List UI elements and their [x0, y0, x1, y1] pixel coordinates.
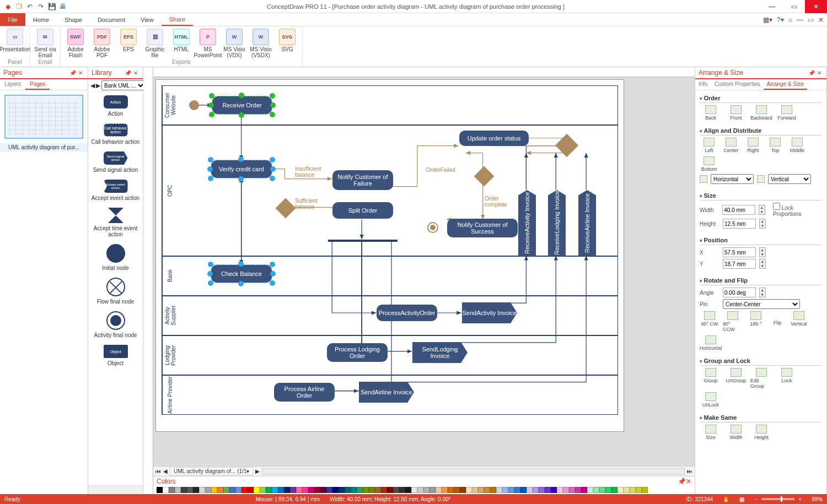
- arrange-close-icon[interactable]: ✕: [815, 70, 823, 76]
- color-swatch[interactable]: [502, 487, 508, 493]
- export-graphic-button[interactable]: 🖼Graphic file: [142, 28, 168, 58]
- color-swatch[interactable]: [351, 487, 357, 493]
- help-icon[interactable]: ?▾: [777, 16, 784, 24]
- node-check-balance[interactable]: Check Balance: [211, 265, 272, 283]
- export-html-button[interactable]: HTMLHTML: [169, 28, 194, 52]
- node-notify-failure[interactable]: Notify Customer of Failure: [332, 170, 393, 190]
- node-recv-airline[interactable]: ReceiveAirline Invoice: [578, 190, 596, 256]
- lib-initial[interactable]: Initial node: [88, 241, 143, 274]
- color-swatch[interactable]: [575, 487, 581, 493]
- color-swatch[interactable]: [417, 487, 423, 493]
- sheet-last-icon[interactable]: ⏭: [687, 468, 692, 474]
- align-middle-button[interactable]: Middle: [788, 138, 807, 153]
- library-pin-icon[interactable]: 📌: [124, 70, 132, 76]
- tab-document[interactable]: Document: [90, 13, 133, 26]
- export-flash-button[interactable]: SWFAdobe Flash: [63, 28, 88, 58]
- flip-horizontal-button[interactable]: Horizontal: [700, 335, 722, 351]
- qat-print-icon[interactable]: 🖶: [58, 2, 67, 11]
- color-swatch[interactable]: [393, 487, 399, 493]
- node-process-airline[interactable]: Process Airline Order: [274, 383, 335, 402]
- lib-flow-final[interactable]: Flow final node: [88, 274, 143, 308]
- node-recv-lodging[interactable]: ReceiveLodging Invoice: [548, 190, 566, 256]
- lib-call-behavior[interactable]: Call behavior actionCall behavior action: [88, 120, 143, 148]
- tab-home[interactable]: Home: [25, 13, 57, 26]
- color-swatch[interactable]: [496, 487, 502, 493]
- order-back-button[interactable]: Back: [700, 105, 722, 121]
- color-swatch[interactable]: [411, 487, 417, 493]
- color-swatch[interactable]: [551, 487, 557, 493]
- color-swatch[interactable]: [442, 487, 448, 493]
- rotate-ccw-button[interactable]: 90° CCW: [723, 311, 743, 332]
- lib-send-signal[interactable]: Send signal actionSend signal action: [88, 148, 143, 176]
- fork-bar[interactable]: [328, 240, 398, 242]
- lock-button[interactable]: Lock: [776, 368, 798, 389]
- color-swatch[interactable]: [630, 487, 636, 493]
- node-receive-order[interactable]: Receive Order: [212, 96, 272, 114]
- export-eps-button[interactable]: EPSEPS: [116, 28, 141, 52]
- color-swatch[interactable]: [217, 487, 223, 493]
- color-swatch[interactable]: [472, 487, 478, 493]
- edit-group-button[interactable]: Edit Group: [750, 368, 772, 389]
- color-swatch[interactable]: [423, 487, 429, 493]
- qat-redo-icon[interactable]: ↷: [36, 2, 45, 11]
- color-swatch[interactable]: [436, 487, 442, 493]
- qat-new-icon[interactable]: ❐: [14, 2, 23, 11]
- color-swatch[interactable]: [345, 487, 351, 493]
- color-swatch[interactable]: [563, 487, 569, 493]
- send-email-button[interactable]: ✉Send via Email: [33, 28, 58, 58]
- distribute-horizontal-select[interactable]: Horizontal: [711, 174, 754, 184]
- lib-action[interactable]: ActionAction: [88, 92, 143, 120]
- zoom-in-icon[interactable]: +: [798, 496, 802, 502]
- color-swatch[interactable]: [381, 487, 387, 493]
- angle-spinner[interactable]: ▴▾: [759, 288, 766, 297]
- lib-accept-time[interactable]: Accept time event action: [88, 204, 143, 241]
- y-input[interactable]: [723, 259, 756, 269]
- qat-app-icon[interactable]: ◆: [3, 2, 12, 11]
- doc-close-icon[interactable]: ✕: [818, 16, 824, 24]
- same-width-button[interactable]: Width: [725, 425, 747, 440]
- x-input[interactable]: [723, 247, 756, 257]
- doc-max-icon[interactable]: ▭: [808, 16, 814, 24]
- tab-view[interactable]: View: [133, 13, 162, 26]
- color-swatch[interactable]: [320, 487, 326, 493]
- color-swatch[interactable]: [290, 487, 296, 493]
- tab-share[interactable]: Share: [162, 13, 193, 26]
- color-swatch[interactable]: [429, 487, 436, 493]
- close-button[interactable]: ✕: [805, 0, 827, 13]
- arrange-tab-info[interactable]: Info: [695, 79, 711, 90]
- rotate-cw-button[interactable]: 90° CW: [700, 311, 719, 332]
- zoom-slider[interactable]: [761, 498, 794, 500]
- order-heading[interactable]: Order: [700, 93, 822, 103]
- color-swatch[interactable]: [205, 487, 211, 493]
- pages-tab-pages[interactable]: Pages: [25, 79, 50, 90]
- home-icon[interactable]: ⌂: [788, 16, 792, 24]
- qat-undo-icon[interactable]: ↶: [25, 2, 34, 11]
- ungroup-button[interactable]: UnGroup: [725, 368, 747, 389]
- color-swatch[interactable]: [272, 487, 278, 493]
- presentation-button[interactable]: ▭Presentation: [2, 28, 28, 52]
- align-left-button[interactable]: Left: [700, 138, 718, 153]
- color-swatch[interactable]: [193, 487, 199, 493]
- color-swatch[interactable]: [587, 487, 593, 493]
- color-swatch[interactable]: [163, 487, 169, 493]
- color-swatch[interactable]: [478, 487, 484, 493]
- node-verify-cc[interactable]: Verify credit card: [211, 160, 272, 178]
- color-swatch[interactable]: [520, 487, 527, 493]
- sheet-prev-icon[interactable]: ◀: [163, 468, 168, 474]
- library-fwd-icon[interactable]: ▶: [96, 82, 100, 89]
- library-close-icon[interactable]: ✕: [132, 70, 139, 76]
- color-swatch[interactable]: [199, 487, 205, 493]
- sheet-tab[interactable]: UML activity diagram of... (1/1 ▾: [170, 467, 253, 475]
- sheet-first-icon[interactable]: ⏮: [155, 468, 161, 474]
- node-send-airline[interactable]: SendAirline Invoice: [359, 382, 414, 403]
- color-swatch[interactable]: [642, 487, 648, 493]
- doc-min-icon[interactable]: —: [797, 16, 803, 24]
- order-forward-button[interactable]: Forward: [776, 105, 798, 121]
- color-swatch[interactable]: [187, 487, 193, 493]
- node-process-activity[interactable]: ProcessActivityOrder: [377, 305, 437, 321]
- color-swatch[interactable]: [448, 487, 454, 493]
- qat-save-icon[interactable]: 💾: [47, 2, 56, 11]
- arrange-tab-arrange[interactable]: Arrange & Size: [764, 79, 807, 90]
- library-back-icon[interactable]: ◀: [90, 82, 95, 89]
- color-swatch[interactable]: [454, 487, 460, 493]
